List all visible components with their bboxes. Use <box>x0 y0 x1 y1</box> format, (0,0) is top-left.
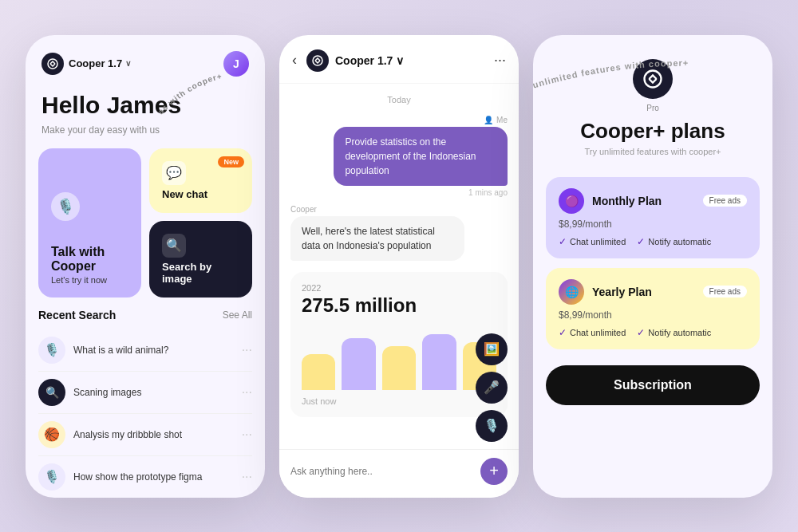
search-item-text-4: How show the prototype figma <box>73 471 234 483</box>
floating-action-bar: 🖼️ 🎤 🎙️ <box>476 333 508 442</box>
svg-point-2 <box>313 56 322 65</box>
monthly-plan-icon: 🟣 <box>559 188 584 214</box>
new-chat-card[interactable]: New 💬 New chat <box>149 148 252 213</box>
yearly-plan-name: Yearly Plan <box>592 286 695 298</box>
plans-list: 🟣 Monthly Plan Free ads $8,99/month ✓ Ch… <box>533 169 772 357</box>
svg-point-4 <box>645 70 662 87</box>
voice-action-button[interactable]: 🎙️ <box>476 410 508 442</box>
new-chat-title: New chat <box>162 188 239 200</box>
bot-bubble: Well, here's the latest statistical data… <box>290 216 464 261</box>
search-card-title: Search by image <box>162 261 239 285</box>
bot-meta: Cooper <box>290 205 317 214</box>
chart-time: Just now <box>302 396 496 406</box>
search-item-text-1: What is a wild animal? <box>73 345 234 356</box>
recent-title: Recent Search <box>38 309 116 321</box>
item-options-icon-1[interactable]: ··· <box>242 343 252 357</box>
chevron-down-icon: ∨ <box>125 59 131 68</box>
chat-more-icon[interactable]: ··· <box>494 52 506 69</box>
chart-year: 2022 <box>302 283 496 293</box>
greeting-title: Hello James <box>41 91 249 120</box>
cooper-logo-icon <box>41 53 64 75</box>
phone1-header: Cooper 1.7 ∨ J <box>26 35 265 85</box>
image-action-button[interactable]: 🖼️ <box>476 333 508 365</box>
plans-title: Cooper+ plans <box>580 119 725 144</box>
new-badge: New <box>218 156 244 167</box>
user-bubble: Provide statistics on the development of… <box>334 127 508 186</box>
image-search-icon: 🔍 <box>162 234 186 258</box>
item-icon-4: 🎙️ <box>38 463 65 491</box>
check-icon-4: ✓ <box>637 327 645 338</box>
phone-home: as with cooper+ Cooper 1.7 ∨ J Hello Jam… <box>26 35 265 498</box>
yearly-plan-features: ✓ Chat unlimited ✓ Notify automatic <box>559 327 747 338</box>
list-item[interactable]: 🏀 Analysis my dribbble shot ··· <box>38 414 252 456</box>
monthly-free-ads-badge: Free ads <box>703 195 747 207</box>
user-msg-time: 1 mins ago <box>468 188 508 197</box>
list-item[interactable]: 🎙️ How show the prototype figma ··· <box>38 456 252 498</box>
monthly-plan-price: $8,99/month <box>559 219 747 230</box>
item-icon-2: 🔍 <box>38 379 65 406</box>
monthly-plan-name: Monthly Plan <box>592 195 695 207</box>
phones-container: as with cooper+ Cooper 1.7 ∨ J Hello Jam… <box>10 19 788 514</box>
talk-with-cooper-card[interactable]: 🎙️ Talk with Cooper Let's try it now <box>38 148 141 298</box>
chat-icon: 💬 <box>162 161 186 185</box>
talk-card-subtitle: Let's try it now <box>51 275 128 285</box>
talk-card-title: Talk with Cooper <box>51 245 128 274</box>
bar-1 <box>302 354 335 390</box>
chat-input[interactable] <box>290 466 472 477</box>
recent-search-section: Recent Search See All 🎙️ What is a wild … <box>26 309 265 498</box>
cooper-logo-chat <box>306 49 329 72</box>
chat-header: ‹ Cooper 1.7 ∨ ··· <box>279 35 519 84</box>
yearly-plan-header: 🌐 Yearly Plan Free ads <box>559 279 747 305</box>
check-icon-2: ✓ <box>637 236 645 247</box>
date-label: Today <box>290 95 508 104</box>
search-by-image-card[interactable]: 🔍 Search by image <box>149 221 252 298</box>
chat-input-bar: + <box>279 449 519 498</box>
pro-badge: Pro <box>646 104 659 112</box>
yearly-free-ads-badge: Free ads <box>703 286 747 298</box>
yearly-plan-card[interactable]: 🌐 Yearly Plan Free ads $8,99/month ✓ Cha… <box>546 268 760 349</box>
bar-3 <box>382 346 416 390</box>
recent-header: Recent Search See All <box>38 309 252 321</box>
greeting-section: Hello James Make your day easy with us <box>26 85 265 148</box>
yearly-plan-price: $8,99/month <box>559 309 747 321</box>
monthly-plan-features: ✓ Chat unlimited ✓ Notify automatic <box>559 236 747 247</box>
plans-header: Pro Cooper+ plans Try unlimited features… <box>533 35 772 169</box>
chart-bars <box>302 326 496 390</box>
phone-plans: y unlimited features with cooper+ Pro Co… <box>533 35 772 498</box>
pro-logo-icon <box>633 59 673 99</box>
cooper-name-label[interactable]: Cooper 1.7 ∨ <box>69 57 131 69</box>
see-all-link[interactable]: See All <box>223 309 252 321</box>
send-button[interactable]: + <box>480 458 508 485</box>
monthly-plan-header: 🟣 Monthly Plan Free ads <box>559 188 747 214</box>
item-options-icon-4[interactable]: ··· <box>242 470 252 484</box>
item-options-icon-3[interactable]: ··· <box>242 428 252 442</box>
user-avatar[interactable]: J <box>223 51 249 77</box>
monthly-plan-card[interactable]: 🟣 Monthly Plan Free ads $8,99/month ✓ Ch… <box>546 177 760 258</box>
bot-message: Cooper Well, here's the latest statistic… <box>290 205 508 261</box>
list-item[interactable]: 🔍 Scaning images ··· <box>38 372 252 414</box>
search-item-text-2: Scaning images <box>73 387 234 398</box>
subscribe-button[interactable]: Subscription <box>546 365 760 405</box>
user-message: 👤 Me Provide statistics on the developme… <box>290 116 508 197</box>
svg-point-1 <box>48 59 57 69</box>
yearly-feature-2: ✓ Notify automatic <box>637 327 711 338</box>
back-button[interactable]: ‹ <box>292 52 297 69</box>
yearly-plan-icon: 🌐 <box>559 279 584 305</box>
bar-2 <box>342 338 375 390</box>
check-icon-3: ✓ <box>559 327 567 338</box>
chart-value: 275.5 million <box>302 294 496 317</box>
list-item[interactable]: 🎙️ What is a wild animal? ··· <box>38 329 252 372</box>
check-icon-1: ✓ <box>559 236 567 247</box>
item-options-icon-2[interactable]: ··· <box>242 385 252 400</box>
yearly-feature-1: ✓ Chat unlimited <box>559 327 626 338</box>
monthly-feature-2: ✓ Notify automatic <box>637 236 711 247</box>
plans-subtitle: Try unlimited features with cooper+ <box>584 147 721 156</box>
search-item-text-3: Analysis my dribbble shot <box>73 429 234 440</box>
phone-chat: ‹ Cooper 1.7 ∨ ··· Today 👤 Me <box>279 35 519 498</box>
user-meta: 👤 Me <box>484 116 508 124</box>
greeting-subtitle: Make your day easy with us <box>41 124 249 136</box>
microphone-icon: 🎙️ <box>51 192 80 221</box>
feature-cards: 🎙️ Talk with Cooper Let's try it now New… <box>26 148 265 309</box>
mic-action-button[interactable]: 🎤 <box>476 372 508 404</box>
chat-partner-name: Cooper 1.7 ∨ <box>335 54 404 67</box>
